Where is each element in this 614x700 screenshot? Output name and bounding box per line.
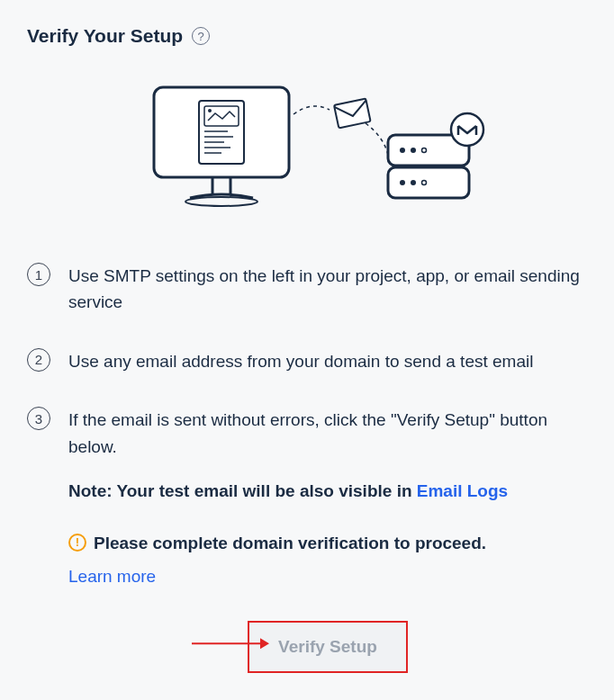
warning-text: Please complete domain verification to p… [94,530,486,556]
page-title: Verify Your Setup [27,25,183,47]
svg-point-4 [208,109,212,112]
learn-more-link[interactable]: Learn more [68,563,156,589]
step-number-badge: 1 [27,263,50,286]
svg-rect-2 [199,101,244,164]
svg-point-16 [400,180,405,185]
step-1: 1 Use SMTP settings on the left in your … [27,263,587,316]
note-line: Note: Your test email will be also visib… [68,478,587,504]
step-3: 3 If the email is sent without errors, c… [27,407,587,672]
step-text: Use SMTP settings on the left in your pr… [68,263,587,316]
svg-point-17 [411,180,416,185]
button-row: Verify Setup [68,621,587,673]
note-prefix: Note: Your test email will be also visib… [68,481,417,500]
step-number-badge: 3 [27,407,50,430]
annotation-arrow-icon [190,633,271,660]
step-text: If the email is sent without errors, cli… [68,410,547,455]
svg-point-14 [411,148,416,153]
svg-point-19 [451,113,483,146]
svg-point-1 [185,197,257,206]
svg-point-13 [400,148,405,153]
step-text: Use any email address from your domain t… [68,348,587,374]
warning-icon: ! [68,534,86,552]
step-number-badge: 2 [27,348,50,372]
steps-list: 1 Use SMTP settings on the left in your … [27,263,587,673]
verify-setup-button[interactable]: Verify Setup [248,621,408,673]
step-body: If the email is sent without errors, cli… [68,407,587,672]
setup-illustration [27,74,587,218]
svg-rect-10 [334,99,371,129]
step-2: 2 Use any email address from your domain… [27,348,587,374]
page-header: Verify Your Setup ? [27,25,587,47]
email-logs-link[interactable]: Email Logs [417,481,508,500]
help-icon[interactable]: ? [192,27,210,45]
warning-line: ! Please complete domain verification to… [68,530,587,556]
